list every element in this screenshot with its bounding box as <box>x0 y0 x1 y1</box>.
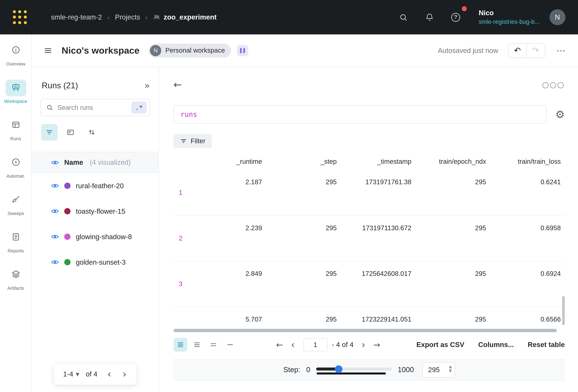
caret-down-icon: ▼ <box>76 372 79 377</box>
table-row[interactable]: 1 2.187 295 1731971761.38 295 0.6241 <box>173 170 565 215</box>
cell-epoch-ndx: 295 <box>415 307 490 327</box>
cell-timestamp: 1725642608.017 <box>341 261 415 307</box>
row-index[interactable]: 2 <box>173 216 191 261</box>
cell-timestamp: 1731971761.38 <box>341 170 415 215</box>
next-page-icon[interactable]: › <box>122 369 127 379</box>
table-row[interactable]: 4 5.707 295 1723229141.051 295 0.6566 <box>173 307 565 327</box>
sort-runs-button[interactable] <box>83 124 100 141</box>
collapse-panel-icon[interactable]: » <box>144 81 150 90</box>
visibility-eye-icon[interactable] <box>51 160 59 165</box>
breadcrumb-projects[interactable]: Projects <box>115 13 140 21</box>
settings-gear-icon[interactable]: ⚙ <box>555 109 565 120</box>
undo-button[interactable]: ↶ <box>508 43 527 58</box>
run-list-item[interactable]: rural-feather-20 <box>32 173 159 198</box>
next-page-chevron-icon[interactable]: › <box>361 340 365 349</box>
sidebar-item-reports[interactable]: Reports <box>0 229 31 253</box>
sidebar-item-automations[interactable]: Automat. <box>0 154 31 179</box>
step-slider[interactable] <box>316 364 392 376</box>
sidebar-item-artifacts[interactable]: Artifacts <box>0 267 31 291</box>
table-row[interactable]: 2 2.239 295 1731971130.672 295 0.6958 <box>173 215 565 261</box>
step-max: 1000 <box>398 366 414 374</box>
page-number-input[interactable] <box>303 338 327 351</box>
badge-avatar: N <box>150 45 161 56</box>
notifications-bell-icon[interactable] <box>425 13 434 22</box>
export-csv-button[interactable]: Export as CSV <box>416 341 464 349</box>
column-header-runtime[interactable]: _runtime <box>191 158 266 165</box>
column-header-epoch-ndx[interactable]: train/epoch_ndx <box>415 158 490 165</box>
reset-table-button[interactable]: Reset table <box>528 341 565 349</box>
personal-workspace-badge[interactable]: N Personal workspace <box>149 44 231 57</box>
prev-page-icon[interactable]: ‹ <box>107 369 112 379</box>
run-name[interactable]: toasty-flower-15 <box>76 207 125 215</box>
visibility-eye-icon[interactable] <box>51 234 59 240</box>
avatar[interactable]: N <box>550 9 565 25</box>
run-name[interactable]: golden-sunset-3 <box>76 258 126 266</box>
cell-runtime: 5.707 <box>191 307 266 327</box>
redo-button[interactable]: ↷ <box>527 43 545 58</box>
last-page-arrow-icon[interactable]: → <box>373 341 380 349</box>
run-name[interactable]: glowing-shadow-8 <box>76 233 132 241</box>
search-runs-input[interactable] <box>57 104 127 111</box>
step-slider-thumb[interactable] <box>335 365 342 373</box>
breadcrumb-team[interactable]: smle-reg-team-2 <box>51 13 102 21</box>
first-page-arrow-icon[interactable]: ← <box>276 341 283 349</box>
column-header-timestamp[interactable]: _timestamp <box>341 158 415 165</box>
help-icon[interactable]: ? <box>451 13 460 22</box>
run-list-item[interactable]: golden-sunset-3 <box>32 249 159 275</box>
column-header-train-loss[interactable]: train/train_loss <box>490 158 565 165</box>
run-list-item[interactable]: toasty-flower-15 <box>32 198 159 224</box>
cell-step: 295 <box>266 261 341 307</box>
row-index[interactable]: 3 <box>173 261 191 307</box>
sidebar-item-workspace[interactable]: Workspace <box>0 80 31 104</box>
run-name[interactable]: rural-feather-20 <box>76 182 124 190</box>
row-height-medium-button[interactable] <box>207 338 220 352</box>
visibility-eye-icon[interactable] <box>51 183 59 189</box>
prev-page-chevron-icon[interactable]: ‹ <box>291 340 295 349</box>
user-org-link[interactable]: smle-registries-bug-b... <box>479 19 540 25</box>
back-arrow-icon[interactable]: ← <box>173 80 182 90</box>
panels-layout-icon[interactable] <box>237 45 248 56</box>
run-list-item[interactable]: glowing-shadow-8 <box>32 224 159 249</box>
horizontal-scrollbar[interactable] <box>173 329 557 332</box>
sidebar-item-sweeps[interactable]: Sweeps <box>0 192 31 216</box>
cell-runtime: 2.239 <box>191 216 266 261</box>
cell-timestamp: 1723229141.051 <box>341 307 415 327</box>
filter-runs-button[interactable] <box>41 124 58 141</box>
sidebar-item-runs[interactable]: Runs <box>0 117 31 141</box>
query-input[interactable] <box>173 105 547 123</box>
stepper-arrows[interactable]: ▲▼ <box>449 365 452 373</box>
column-header-step[interactable]: _step <box>266 158 341 165</box>
visibility-eye-icon[interactable] <box>51 259 59 265</box>
user-menu[interactable]: Nico smle-registries-bug-b... <box>479 9 540 25</box>
sidebar-item-overview[interactable]: Overview <box>0 42 31 66</box>
table-row[interactable]: 3 2.849 295 1725642608.017 295 0.6924 <box>173 261 565 307</box>
row-index[interactable]: 1 <box>173 170 191 215</box>
panel-menu-icon[interactable] <box>44 46 52 55</box>
visibility-eye-icon[interactable] <box>51 208 59 214</box>
row-index[interactable]: 4 <box>173 307 191 327</box>
vertical-scrollbar[interactable] <box>562 296 565 325</box>
table-actions: Export as CSV Columns... Reset table <box>416 341 565 349</box>
sweeps-broom-icon <box>11 195 20 205</box>
topbar-right: ? Nico smle-registries-bug-b... N <box>399 9 565 25</box>
wandb-logo[interactable] <box>13 10 27 24</box>
cell-runtime: 2.849 <box>191 261 266 307</box>
search-icon[interactable] <box>399 13 408 22</box>
columns-button[interactable]: Columns... <box>478 341 514 349</box>
regex-toggle[interactable]: .* <box>131 102 147 113</box>
breadcrumb: smle-reg-team-2 › Projects › zoo_experim… <box>51 13 217 21</box>
row-height-large-button[interactable] <box>223 338 237 352</box>
row-height-small-button[interactable] <box>190 338 204 352</box>
app-window: smle-reg-team-2 › Projects › zoo_experim… <box>0 0 578 392</box>
column-name-label[interactable]: Name <box>64 158 83 166</box>
top-navbar: smle-reg-team-2 › Projects › zoo_experim… <box>0 0 578 34</box>
workspace-overflow-menu-icon[interactable]: ⋯ <box>556 45 566 56</box>
chevron-separator-icon: › <box>107 14 110 21</box>
table-overflow-menu-icon[interactable]: ○○○ <box>542 80 565 89</box>
breadcrumb-project[interactable]: zoo_experiment <box>153 13 217 21</box>
table-pagination: ← ‹ - 4 of 4 › → <box>276 338 380 351</box>
filter-button[interactable]: Filter <box>173 134 212 148</box>
row-height-xsmall-button[interactable] <box>173 338 187 352</box>
page-range-dropdown[interactable]: 1-4 ▼ <box>63 370 79 378</box>
run-details-button[interactable] <box>62 124 79 141</box>
